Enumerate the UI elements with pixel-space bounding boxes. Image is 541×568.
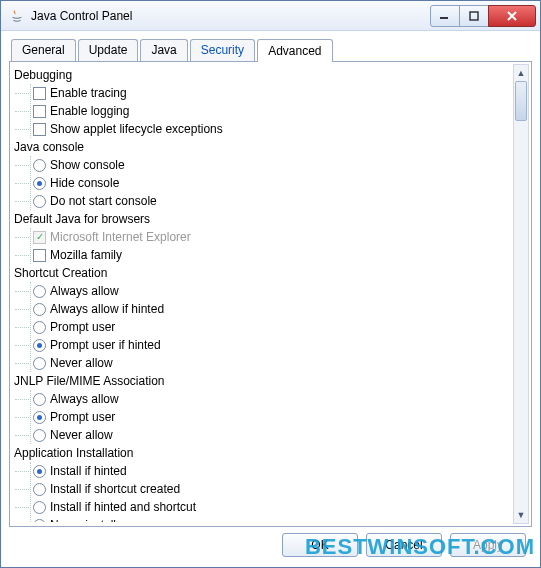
radio-ai-never[interactable] bbox=[33, 519, 46, 523]
minimize-button[interactable] bbox=[430, 5, 460, 27]
label-applet-exceptions: Show applet lifecycle exceptions bbox=[50, 120, 223, 138]
window-buttons bbox=[431, 5, 536, 27]
ok-button[interactable]: OK bbox=[282, 533, 358, 557]
vertical-scrollbar[interactable]: ▲ ▼ bbox=[513, 64, 529, 524]
label-sc-never: Never allow bbox=[50, 354, 113, 372]
radio-jnlp-never[interactable] bbox=[33, 429, 46, 442]
radio-sc-prompt[interactable] bbox=[33, 321, 46, 334]
label-ai-never: Never install bbox=[50, 516, 116, 522]
group-default-java: Default Java for browsers bbox=[14, 210, 511, 228]
label-hide-console: Hide console bbox=[50, 174, 119, 192]
group-shortcut: Shortcut Creation bbox=[14, 264, 511, 282]
scroll-up-icon[interactable]: ▲ bbox=[514, 65, 528, 81]
tab-general[interactable]: General bbox=[11, 39, 76, 62]
radio-sc-hinted[interactable] bbox=[33, 303, 46, 316]
radio-jnlp-always[interactable] bbox=[33, 393, 46, 406]
radio-sc-never[interactable] bbox=[33, 357, 46, 370]
label-show-console: Show console bbox=[50, 156, 125, 174]
radio-jnlp-prompt[interactable] bbox=[33, 411, 46, 424]
label-sc-always: Always allow bbox=[50, 282, 119, 300]
group-jnlp: JNLP File/MIME Association bbox=[14, 372, 511, 390]
svg-rect-0 bbox=[440, 17, 448, 19]
scroll-track[interactable] bbox=[514, 81, 528, 507]
label-no-start-console: Do not start console bbox=[50, 192, 157, 210]
tab-java[interactable]: Java bbox=[140, 39, 187, 62]
advanced-panel: Debugging Enable tracing Enable logging … bbox=[9, 61, 532, 527]
tab-update[interactable]: Update bbox=[78, 39, 139, 62]
radio-sc-prompth[interactable] bbox=[33, 339, 46, 352]
group-app-install: Application Installation bbox=[14, 444, 511, 462]
tab-advanced[interactable]: Advanced bbox=[257, 39, 332, 62]
radio-show-console[interactable] bbox=[33, 159, 46, 172]
radio-ai-hinted[interactable] bbox=[33, 465, 46, 478]
radio-sc-always[interactable] bbox=[33, 285, 46, 298]
apply-button: Apply bbox=[450, 533, 526, 557]
radio-no-start-console[interactable] bbox=[33, 195, 46, 208]
label-mozilla: Mozilla family bbox=[50, 246, 122, 264]
java-control-panel-window: Java Control Panel General Update Java S… bbox=[0, 0, 541, 568]
titlebar[interactable]: Java Control Panel bbox=[1, 1, 540, 31]
dialog-buttons: OK Cancel Apply bbox=[9, 527, 532, 563]
label-ai-hinted: Install if hinted bbox=[50, 462, 127, 480]
label-enable-tracing: Enable tracing bbox=[50, 84, 127, 102]
tab-security[interactable]: Security bbox=[190, 39, 255, 62]
label-jnlp-prompt: Prompt user bbox=[50, 408, 115, 426]
checkbox-applet-exceptions[interactable] bbox=[33, 123, 46, 136]
group-java-console: Java console bbox=[14, 138, 511, 156]
label-sc-prompt: Prompt user bbox=[50, 318, 115, 336]
scroll-down-icon[interactable]: ▼ bbox=[514, 507, 528, 523]
label-enable-logging: Enable logging bbox=[50, 102, 129, 120]
maximize-button[interactable] bbox=[459, 5, 489, 27]
label-sc-prompth: Prompt user if hinted bbox=[50, 336, 161, 354]
checkbox-mozilla[interactable] bbox=[33, 249, 46, 262]
label-sc-hinted: Always allow if hinted bbox=[50, 300, 164, 318]
tab-strip: General Update Java Security Advanced bbox=[9, 39, 532, 62]
label-ai-both: Install if hinted and shortcut bbox=[50, 498, 196, 516]
scroll-thumb[interactable] bbox=[515, 81, 527, 121]
checkbox-enable-logging[interactable] bbox=[33, 105, 46, 118]
label-jnlp-never: Never allow bbox=[50, 426, 113, 444]
window-title: Java Control Panel bbox=[31, 9, 431, 23]
label-jnlp-always: Always allow bbox=[50, 390, 119, 408]
group-debugging: Debugging bbox=[14, 66, 511, 84]
checkbox-msie bbox=[33, 231, 46, 244]
cancel-button[interactable]: Cancel bbox=[366, 533, 442, 557]
content-area: General Update Java Security Advanced De… bbox=[1, 31, 540, 567]
close-button[interactable] bbox=[488, 5, 536, 27]
radio-ai-shortcut[interactable] bbox=[33, 483, 46, 496]
label-msie: Microsoft Internet Explorer bbox=[50, 228, 191, 246]
java-icon bbox=[9, 8, 25, 24]
radio-hide-console[interactable] bbox=[33, 177, 46, 190]
label-ai-shortcut: Install if shortcut created bbox=[50, 480, 180, 498]
settings-tree: Debugging Enable tracing Enable logging … bbox=[14, 66, 511, 522]
svg-rect-1 bbox=[470, 12, 478, 20]
checkbox-enable-tracing[interactable] bbox=[33, 87, 46, 100]
radio-ai-both[interactable] bbox=[33, 501, 46, 514]
